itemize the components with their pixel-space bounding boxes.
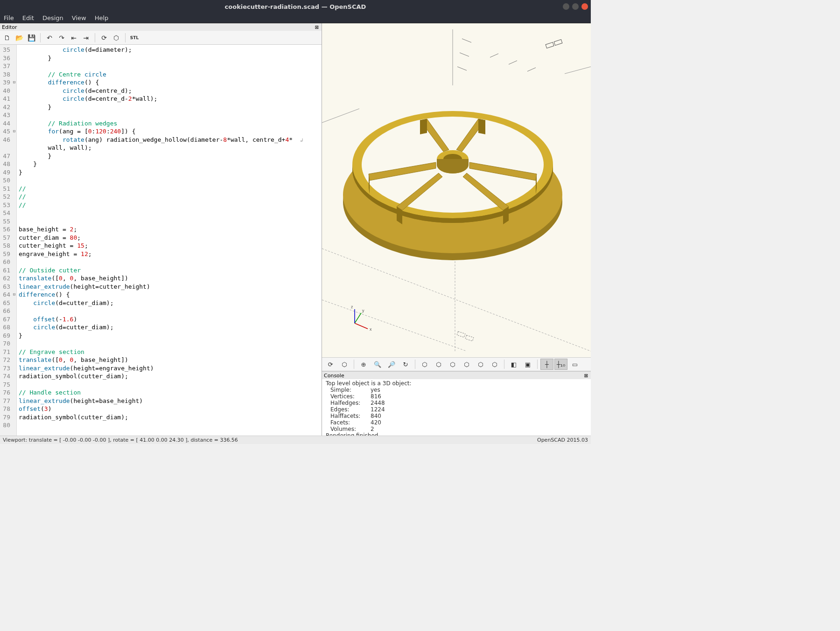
code-line[interactable]: [19, 62, 322, 70]
fold-marker[interactable]: [12, 388, 16, 397]
code-line[interactable]: }: [19, 103, 322, 111]
show-axes-icon[interactable]: ┼: [540, 359, 553, 370]
menu-view[interactable]: View: [72, 14, 86, 21]
fold-marker[interactable]: [12, 225, 16, 234]
code-line[interactable]: linear_extrude(height=cutter_height): [19, 283, 322, 291]
code-line[interactable]: [19, 258, 322, 266]
code-line[interactable]: rotate(ang) radiation_wedge_hollow(diame…: [19, 136, 322, 144]
code-line[interactable]: wall, wall);: [19, 144, 322, 152]
undo-icon[interactable]: ↶: [44, 33, 55, 43]
fold-marker[interactable]: [12, 201, 16, 209]
fold-marker[interactable]: [12, 185, 16, 193]
zoom-in-icon[interactable]: 🔍: [371, 359, 384, 370]
code-line[interactable]: //: [19, 185, 322, 193]
fold-marker[interactable]: [12, 421, 16, 430]
fold-marker[interactable]: [12, 381, 16, 389]
fold-marker[interactable]: [12, 372, 16, 381]
code-line[interactable]: offset(-1.6): [19, 315, 322, 324]
code-line[interactable]: [19, 307, 322, 315]
code-line[interactable]: linear_extrude(height=engrave_height): [19, 364, 322, 373]
fold-marker[interactable]: [12, 168, 16, 177]
fold-marker[interactable]: [12, 315, 16, 324]
fold-marker[interactable]: ⊟: [12, 78, 16, 87]
view-back-icon[interactable]: ⬡: [488, 359, 501, 370]
code-line[interactable]: [19, 176, 322, 185]
indent-icon[interactable]: ⇥: [81, 33, 91, 43]
fold-marker[interactable]: [12, 274, 16, 283]
code-line[interactable]: for(ang = [0:120:240]) {: [19, 127, 322, 136]
fold-marker[interactable]: [12, 258, 16, 266]
fold-marker[interactable]: [12, 54, 16, 62]
save-file-icon[interactable]: 💾: [26, 33, 36, 43]
render-icon[interactable]: ⬡: [111, 33, 121, 43]
code-line[interactable]: //: [19, 201, 322, 209]
fold-marker[interactable]: [12, 103, 16, 111]
fold-marker[interactable]: [12, 95, 16, 103]
preview-icon[interactable]: ⟳: [99, 33, 109, 43]
code-line[interactable]: radiation_symbol(cutter_diam);: [19, 413, 322, 422]
code-line[interactable]: circle(d=centre_d);: [19, 87, 322, 95]
fold-marker[interactable]: [12, 87, 16, 95]
code-line[interactable]: offset(3): [19, 405, 322, 413]
view-top-icon[interactable]: ⬡: [432, 359, 445, 370]
view-left-icon[interactable]: ⬡: [460, 359, 473, 370]
code-line[interactable]: radiation_symbol(cutter_diam);: [19, 372, 322, 381]
fold-marker[interactable]: [12, 242, 16, 250]
code-line[interactable]: [19, 209, 322, 217]
fold-marker[interactable]: [12, 307, 16, 315]
viewport-3d[interactable]: x y z: [322, 23, 591, 357]
console-output[interactable]: Top level object is a 3D object:Simple:y…: [322, 379, 591, 436]
code-line[interactable]: cutter_diam = 80;: [19, 234, 322, 242]
code-line[interactable]: circle(d=cutter_diam);: [19, 299, 322, 307]
fold-marker[interactable]: [12, 136, 16, 144]
code-line[interactable]: // Handle section: [19, 388, 322, 397]
fold-marker[interactable]: [12, 340, 16, 348]
fold-marker[interactable]: [12, 364, 16, 373]
redo-icon[interactable]: ↷: [56, 33, 67, 43]
fold-marker[interactable]: [12, 332, 16, 340]
fold-marker[interactable]: [12, 283, 16, 291]
code-line[interactable]: [19, 217, 322, 226]
code-line[interactable]: [19, 340, 322, 348]
fold-marker[interactable]: [12, 250, 16, 258]
fold-marker[interactable]: [12, 209, 16, 217]
menu-edit[interactable]: Edit: [22, 14, 34, 21]
show-edges-icon[interactable]: ▭: [568, 359, 581, 370]
code-line[interactable]: [19, 381, 322, 389]
reset-view-icon[interactable]: ↻: [399, 359, 412, 370]
view-right-icon[interactable]: ⬡: [418, 359, 431, 370]
code-line[interactable]: [19, 111, 322, 119]
fold-marker[interactable]: [12, 160, 16, 168]
open-file-icon[interactable]: 📂: [14, 33, 24, 43]
menu-help[interactable]: Help: [95, 14, 109, 21]
code-line[interactable]: cutter_height = 15;: [19, 242, 322, 250]
fold-marker[interactable]: [12, 111, 16, 119]
fold-marker[interactable]: [12, 405, 16, 413]
code-line[interactable]: circle(d=centre_d-2*wall);: [19, 95, 322, 103]
console-close-icon[interactable]: ⊠: [583, 373, 589, 378]
code-line[interactable]: // Radiation wedges: [19, 119, 322, 128]
code-line[interactable]: difference() {: [19, 291, 322, 299]
minimize-button[interactable]: [563, 3, 569, 10]
render-btn-icon[interactable]: ⬡: [338, 359, 351, 370]
unindent-icon[interactable]: ⇤: [69, 33, 79, 43]
fold-marker[interactable]: [12, 356, 16, 364]
fold-marker[interactable]: [12, 397, 16, 405]
fold-marker[interactable]: [12, 323, 16, 332]
perspective-icon[interactable]: ◧: [507, 359, 520, 370]
code-line[interactable]: }: [19, 168, 322, 177]
fold-marker[interactable]: [12, 217, 16, 226]
view-bottom-icon[interactable]: ⬡: [446, 359, 459, 370]
fold-marker[interactable]: [12, 62, 16, 70]
fold-marker[interactable]: [12, 119, 16, 128]
code-line[interactable]: }: [19, 160, 322, 168]
view-all-icon[interactable]: ⊕: [357, 359, 370, 370]
code-editor[interactable]: 3536373839404142434445464748495051525354…: [0, 45, 322, 436]
view-front-icon[interactable]: ⬡: [474, 359, 487, 370]
fold-marker[interactable]: [12, 176, 16, 185]
code-line[interactable]: }: [19, 152, 322, 160]
code-line[interactable]: // Centre circle: [19, 70, 322, 79]
code-line[interactable]: }: [19, 54, 322, 62]
fold-marker[interactable]: [12, 299, 16, 307]
orthogonal-icon[interactable]: ▣: [521, 359, 534, 370]
